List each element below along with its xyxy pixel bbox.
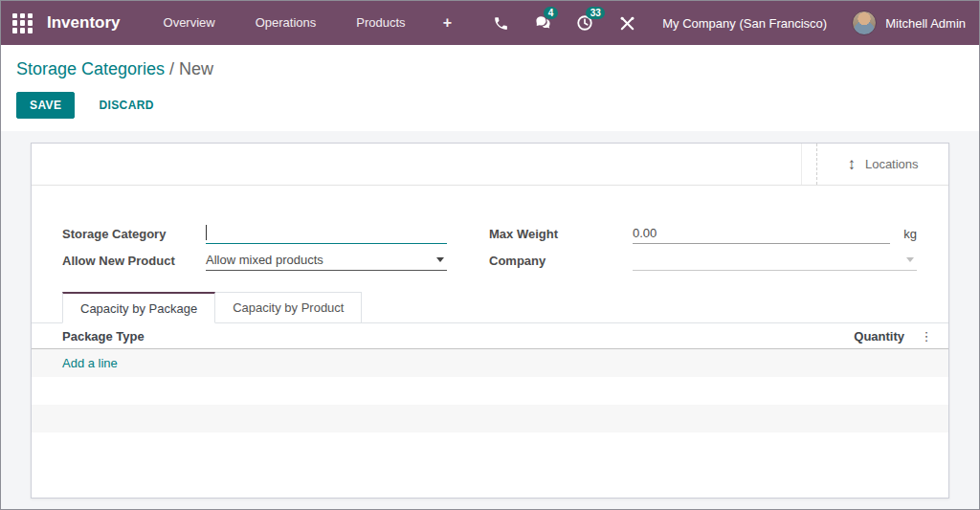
company-switcher[interactable]: My Company (San Francisco) bbox=[662, 16, 827, 31]
company-fieldwrap bbox=[633, 250, 917, 271]
form-sheet: ↕ Locations Storage Category bbox=[31, 143, 949, 499]
app-window: Inventory Overview Operations Products +… bbox=[0, 0, 980, 510]
chevron-down-light-icon bbox=[906, 257, 914, 262]
button-box-divider bbox=[801, 144, 816, 185]
locations-smart-button[interactable]: ↕ Locations bbox=[816, 144, 948, 185]
plus-menu-icon[interactable]: + bbox=[426, 1, 469, 45]
add-a-line-link[interactable]: Add a line bbox=[32, 356, 118, 370]
updown-arrow-icon: ↕ bbox=[847, 156, 856, 172]
save-button[interactable]: SAVE bbox=[16, 92, 75, 119]
app-name[interactable]: Inventory bbox=[47, 13, 121, 33]
text-cursor bbox=[206, 225, 207, 240]
storage-category-label: Storage Category bbox=[62, 227, 206, 241]
activities-badge: 33 bbox=[586, 7, 605, 19]
control-panel: Storage Categories / New SAVE DISCARD bbox=[1, 45, 979, 131]
max-weight-label: Max Weight bbox=[489, 227, 633, 241]
breadcrumb: Storage Categories / New bbox=[16, 57, 964, 80]
top-navbar: Inventory Overview Operations Products +… bbox=[1, 1, 979, 45]
user-name: Mitchell Admin bbox=[885, 16, 966, 31]
breadcrumb-parent[interactable]: Storage Categories bbox=[16, 59, 165, 78]
main-menu: Overview Operations Products + bbox=[144, 1, 469, 45]
menu-products[interactable]: Products bbox=[336, 1, 425, 45]
company-label: Company bbox=[489, 254, 633, 268]
messages-icon[interactable]: 4 bbox=[532, 12, 553, 33]
allow-new-product-select[interactable]: Allow mixed products bbox=[206, 250, 447, 271]
discard-button[interactable]: DISCARD bbox=[99, 99, 153, 112]
empty-row bbox=[32, 405, 948, 432]
user-menu[interactable]: Mitchell Admin bbox=[852, 11, 966, 35]
max-weight-row: Max Weight kg bbox=[489, 220, 917, 247]
form-grid: Storage Category Allow New Product Allow… bbox=[32, 220, 948, 274]
column-package-type[interactable]: Package Type bbox=[32, 329, 790, 344]
storage-category-row: Storage Category bbox=[62, 220, 447, 247]
max-weight-fieldwrap: kg bbox=[633, 223, 917, 244]
tools-icon[interactable] bbox=[616, 12, 637, 33]
breadcrumb-current: New bbox=[179, 59, 213, 78]
max-weight-unit: kg bbox=[903, 227, 917, 241]
allow-new-product-fieldwrap: Allow mixed products bbox=[206, 250, 447, 271]
allow-new-product-label: Allow New Product bbox=[62, 254, 206, 268]
content-area: ↕ Locations Storage Category bbox=[1, 131, 979, 509]
phone-icon[interactable] bbox=[490, 12, 511, 33]
allow-new-product-value: Allow mixed products bbox=[206, 253, 323, 267]
optional-columns-icon[interactable]: ⋮ bbox=[904, 330, 948, 343]
form-body: Storage Category Allow New Product Allow… bbox=[32, 186, 948, 432]
tab-capacity-by-product[interactable]: Capacity by Product bbox=[215, 292, 362, 323]
messages-badge: 4 bbox=[544, 7, 558, 19]
max-weight-input[interactable] bbox=[633, 224, 890, 244]
breadcrumb-separator: / bbox=[165, 59, 179, 78]
button-box: ↕ Locations bbox=[32, 144, 948, 186]
menu-overview[interactable]: Overview bbox=[144, 1, 235, 45]
add-line-row: Add a line bbox=[32, 349, 948, 377]
capacity-list: Package Type Quantity ⋮ Add a line bbox=[32, 323, 948, 432]
form-right-column: Max Weight kg Company bbox=[489, 220, 917, 274]
tab-capacity-by-package[interactable]: Capacity by Package bbox=[62, 292, 215, 323]
allow-new-product-row: Allow New Product Allow mixed products bbox=[62, 247, 447, 274]
storage-category-fieldwrap bbox=[206, 223, 447, 244]
control-panel-buttons: SAVE DISCARD bbox=[16, 92, 964, 119]
storage-category-input[interactable] bbox=[206, 224, 447, 244]
menu-operations[interactable]: Operations bbox=[235, 1, 337, 45]
chevron-down-icon bbox=[436, 257, 444, 262]
form-left-column: Storage Category Allow New Product Allow… bbox=[62, 220, 447, 274]
notebook-tabs: Capacity by Package Capacity by Product bbox=[32, 292, 948, 323]
avatar bbox=[852, 11, 877, 35]
list-header: Package Type Quantity ⋮ bbox=[32, 323, 948, 349]
locations-button-label: Locations bbox=[865, 157, 919, 171]
empty-row bbox=[32, 377, 948, 405]
activities-clock-icon[interactable]: 33 bbox=[574, 12, 595, 33]
navbar-systray: 4 33 My Company (San Francisco) Mitchell… bbox=[469, 11, 966, 35]
company-select[interactable] bbox=[633, 250, 917, 271]
company-row: Company bbox=[489, 247, 917, 274]
column-quantity[interactable]: Quantity bbox=[790, 329, 904, 344]
apps-grid-icon[interactable] bbox=[12, 13, 33, 33]
